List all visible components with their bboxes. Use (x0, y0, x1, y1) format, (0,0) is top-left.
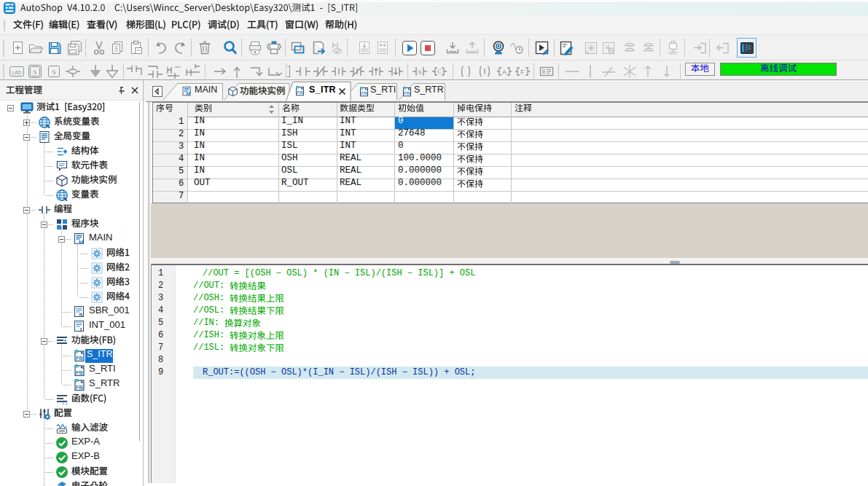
svg-text:M: M (186, 91, 190, 96)
svg-text:S: S (418, 68, 421, 75)
svg-text:s: s (76, 379, 78, 383)
svg-text:LAD: LAD (12, 69, 22, 74)
svg-text:S: S (33, 68, 36, 75)
svg-text:S: S (52, 68, 55, 75)
svg-text:FB: FB (76, 355, 84, 361)
svg-text:C: C (437, 68, 441, 75)
svg-text:F: F (520, 68, 525, 75)
svg-text:I: I (80, 326, 82, 333)
svg-text:A: A (502, 68, 507, 75)
svg-text:FB: FB (361, 90, 367, 95)
svg-text:(): () (62, 399, 68, 405)
svg-text:FB: FB (76, 384, 84, 391)
svg-text:FB: FB (76, 369, 84, 376)
svg-text:TEST: TEST (668, 50, 679, 55)
svg-text:s: s (76, 350, 78, 354)
svg-text:s: s (76, 364, 78, 369)
svg-text:FB: FB (297, 90, 303, 95)
svg-text:S: S (79, 312, 83, 318)
svg-text:FB: FB (404, 90, 410, 95)
svg-text:M: M (79, 239, 84, 246)
